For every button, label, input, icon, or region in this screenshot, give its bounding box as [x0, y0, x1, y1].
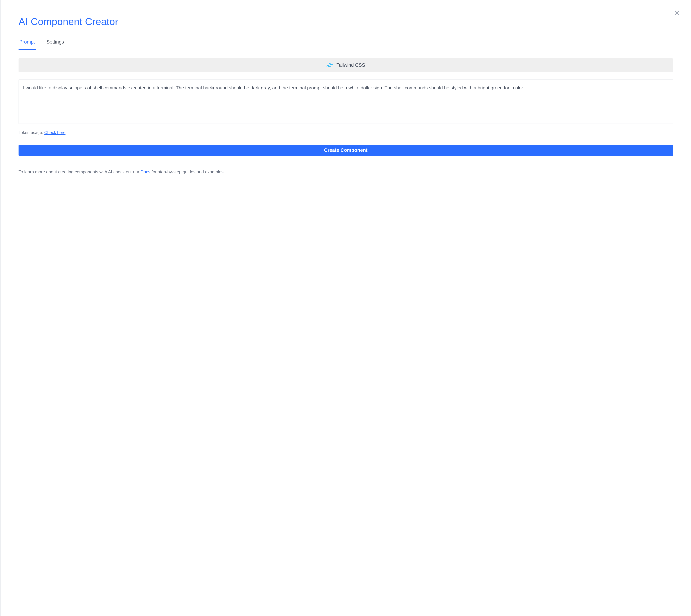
- tab-settings[interactable]: Settings: [46, 39, 65, 50]
- create-component-button[interactable]: Create Component: [19, 145, 673, 156]
- tailwind-icon: [326, 63, 333, 67]
- docs-suffix: for step-by-step guides and examples.: [150, 170, 225, 174]
- prompt-panel: Tailwind CSS Token usage: Check here Cre…: [1, 50, 691, 186]
- framework-label: Tailwind CSS: [337, 62, 365, 68]
- ai-component-creator-modal: AI Component Creator Prompt Settings Tai…: [0, 0, 691, 616]
- token-usage-line: Token usage: Check here: [19, 130, 673, 135]
- docs-link[interactable]: Docs: [141, 170, 150, 174]
- prompt-textarea[interactable]: [19, 80, 673, 124]
- docs-prefix: To learn more about creating components …: [19, 170, 141, 174]
- tabs: Prompt Settings: [19, 39, 673, 50]
- framework-selector[interactable]: Tailwind CSS: [19, 58, 673, 72]
- tab-prompt[interactable]: Prompt: [19, 39, 36, 50]
- docs-help-line: To learn more about creating components …: [19, 169, 673, 175]
- token-usage-link[interactable]: Check here: [44, 130, 65, 135]
- modal-title: AI Component Creator: [19, 16, 673, 27]
- token-usage-prefix: Token usage:: [19, 130, 44, 135]
